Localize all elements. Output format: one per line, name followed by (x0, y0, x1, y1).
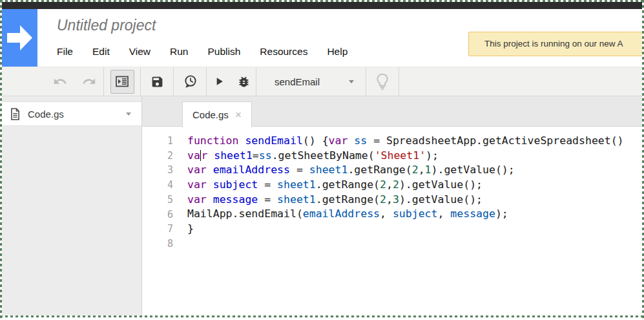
menu-help[interactable]: Help (326, 43, 349, 60)
menu-resources[interactable]: Resources (258, 43, 309, 60)
project-title: Untitled project (57, 17, 156, 34)
lightbulb-icon (374, 72, 391, 91)
apps-script-logo (2, 9, 37, 67)
undo-icon (53, 74, 67, 89)
debug-button[interactable] (231, 67, 256, 96)
run-icon (213, 75, 225, 88)
chevron-down-icon[interactable] (126, 112, 131, 116)
selection-dash-border-left (0, 0, 2, 320)
files-sidebar: Code.gs (0, 96, 142, 317)
tab-code-gs[interactable]: Code.gs × (182, 101, 252, 127)
code-editor[interactable]: 12345678 function sendEmail() {var ss = … (142, 127, 644, 251)
menu-publish[interactable]: Publish (206, 43, 242, 60)
code-lines: function sendEmail() {var ss = Spreadshe… (180, 134, 624, 251)
selection-dash-border-top (0, 0, 644, 2)
file-item-code-gs[interactable]: Code.gs (0, 101, 141, 126)
function-selector[interactable]: sendEmail (256, 67, 366, 96)
redo-button[interactable] (74, 67, 103, 96)
debug-icon (237, 75, 251, 89)
menu-bar: File Edit View Run Publish Resources Hel… (56, 43, 366, 60)
history-button[interactable] (174, 67, 206, 96)
function-selector-value: sendEmail (275, 76, 320, 87)
content-assist-button[interactable] (366, 67, 399, 96)
indent-icon (116, 76, 129, 87)
undo-button[interactable] (45, 67, 74, 96)
editor-pane: Code.gs × 12345678 function sendEmail() … (142, 96, 644, 317)
menu-file[interactable]: File (56, 43, 74, 60)
tab-strip: Code.gs × (142, 96, 644, 127)
save-button[interactable] (141, 67, 173, 96)
run-button[interactable] (207, 67, 231, 96)
redo-icon (82, 74, 96, 89)
apps-script-editor-window: Untitled project File Edit View Run Publ… (0, 0, 644, 320)
file-name: Code.gs (28, 109, 64, 120)
close-icon[interactable]: × (235, 109, 242, 120)
gutter: 12345678 (142, 134, 180, 251)
document-icon (10, 108, 20, 120)
runtime-notification-banner: This project is running on our new A (468, 32, 644, 56)
selection-dash-border-bottom (0, 315, 644, 317)
indent-toggle-pressed-state (110, 70, 134, 94)
tab-label: Code.gs (192, 109, 229, 120)
toolbar-separator (399, 67, 399, 96)
menu-run[interactable]: Run (169, 43, 189, 60)
history-icon (183, 74, 198, 89)
header: Untitled project File Edit View Run Publ… (0, 9, 644, 67)
save-icon (151, 75, 164, 89)
menu-edit[interactable]: Edit (91, 43, 111, 60)
indent-toggle-button[interactable] (104, 67, 140, 96)
chevron-down-icon (349, 80, 354, 83)
menu-view[interactable]: View (128, 43, 152, 60)
arrow-right-icon (2, 9, 37, 67)
toolbar: sendEmail (0, 67, 644, 96)
